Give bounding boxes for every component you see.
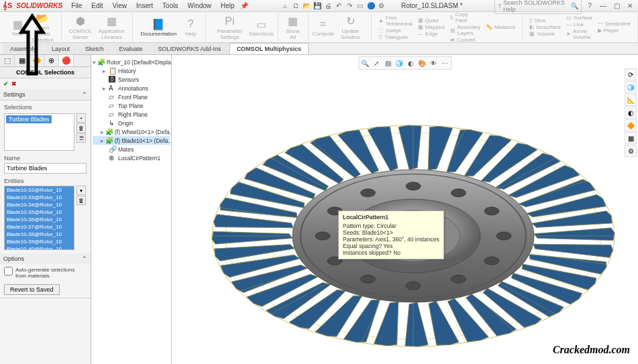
tree-blade[interactable]: ▸🧩(f) Blade10<1> (Defa... (93, 136, 170, 145)
mesh-copy-face[interactable]: ⎘Copy Face (447, 11, 483, 23)
menu-window[interactable]: Window (182, 2, 216, 9)
menu-file[interactable]: File (66, 2, 87, 9)
tab-sw-addins[interactable]: SOLIDWORKS Add-Ins (151, 43, 229, 54)
tree-annotations[interactable]: ▸AAnnotations (93, 84, 170, 93)
tree-top-plane[interactable]: ▱Top Plane (93, 101, 170, 110)
tab-sketch[interactable]: Sketch (78, 43, 111, 54)
tab-assembly[interactable]: Assembly (3, 43, 44, 54)
vt-hide-icon[interactable]: 👁 (428, 58, 439, 68)
revert-button[interactable]: Revert to Saved (4, 284, 60, 295)
entities-dropdown-button[interactable]: ▾ (76, 186, 86, 195)
add-selection-button[interactable]: + (76, 113, 86, 123)
panel-tab-5[interactable]: 🔴 (59, 55, 74, 66)
view-player[interactable]: ▶Player (595, 27, 633, 34)
view-surface[interactable]: ▭Surface (564, 15, 595, 21)
tree-root[interactable]: ▾ 🧩 Rotor_10 (Default<Displa... (93, 58, 170, 66)
tab-comsol[interactable]: COMSOL Multiphysics (229, 43, 309, 54)
auto-generate-checkbox[interactable]: Auto-generate selections from materials (4, 267, 87, 279)
minimize-button[interactable]: — (598, 1, 608, 11)
vt-more-icon[interactable]: ⋯ (439, 58, 450, 68)
tree-right-plane[interactable]: ▱Right Plane (93, 110, 170, 119)
tree-front-plane[interactable]: ▱Front Plane (93, 93, 170, 101)
vt-zoom-icon[interactable]: 🔍 (360, 58, 370, 68)
mesh-swept[interactable]: ⬚Swept (376, 27, 415, 34)
panel-tab-4[interactable]: ⊕ (44, 55, 59, 66)
save-icon[interactable]: 💾 (313, 1, 322, 11)
selections-box[interactable]: Turbine Blades (4, 113, 74, 151)
tree-sensors[interactable]: 🅾Sensors (93, 75, 170, 84)
menu-insert[interactable]: Insert (131, 2, 158, 9)
ribbon-new[interactable]: ▦New (7, 16, 28, 38)
panel-tab-3[interactable]: 🔶 (30, 55, 44, 66)
rebuild-icon[interactable]: 🔵 (366, 1, 376, 11)
tree-wheel[interactable]: ▸🧩(f) Wheel10<1> (Defa... (93, 127, 170, 136)
entity-item[interactable]: Blade10-33@Rotor_10 (5, 194, 74, 201)
auto-gen-check[interactable] (4, 267, 13, 276)
search-help-input[interactable]: ? Search SOLIDWORKS Help 🔍 (494, 0, 582, 14)
ok-button[interactable]: ✔ (3, 80, 9, 87)
3d-viewport[interactable]: 🔍 ⤢ ▤ 🧊 ◐ 🎨 👁 ⋯ ⟳ 🧊 📐 ◐ 🔶 ▦ ⚙ (172, 55, 638, 364)
tree-history[interactable]: ▸📋History (93, 66, 170, 75)
mesh-edge[interactable]: ―Edge (415, 31, 447, 37)
ribbon-update-solution[interactable]: ↻Update Solution (334, 13, 367, 42)
entity-item[interactable]: Blade10-36@Rotor_10 (5, 216, 74, 223)
ribbon-param-settings[interactable]: PiParameter Settings (210, 13, 249, 42)
ribbon-open[interactable]: 📂Open Oplasi Selection (28, 10, 57, 44)
entity-item[interactable]: Blade10-32@Rotor_10 (5, 186, 74, 194)
help-dropdown[interactable]: ? (584, 1, 595, 11)
entity-item[interactable]: Blade10-40@Rotor_10 (5, 245, 74, 250)
mesh-boundary[interactable]: ▤Boundary Layers (447, 24, 483, 36)
entity-item[interactable]: Blade10-37@Rotor_10 (5, 223, 74, 231)
menu-view[interactable]: View (108, 2, 132, 9)
collapse-icon-2[interactable]: ⌃ (82, 255, 87, 262)
open-icon[interactable]: 📂 (302, 1, 311, 11)
view-streamline[interactable]: 〰Streamline (595, 21, 633, 27)
ribbon-help[interactable]: ?Help (180, 16, 201, 38)
restore-button[interactable]: ▢ (611, 1, 622, 11)
tree-pattern[interactable]: ⊕LocalCirPattern1 (93, 154, 170, 162)
tab-layout[interactable]: Layout (44, 43, 77, 54)
entity-item[interactable]: Blade10-35@Rotor_10 (5, 208, 74, 216)
view-line[interactable]: ―Line (564, 21, 595, 27)
entity-item[interactable]: Blade10-34@Rotor_10 (5, 201, 74, 208)
collapse-icon[interactable]: ⌃ (82, 91, 87, 98)
close-button[interactable]: ✕ (625, 1, 635, 11)
vt-orient-icon[interactable]: 🧊 (394, 58, 405, 68)
menu-edit[interactable]: Edit (87, 2, 107, 9)
ribbon-compute[interactable]: =Compute (313, 16, 334, 38)
selection-tag[interactable]: Turbine Blades (6, 115, 52, 123)
ribbon-selections[interactable]: ▭Selections (250, 16, 274, 38)
vt-display-icon[interactable]: ◐ (405, 58, 416, 68)
ribbon-show-all[interactable]: ▦Show All (282, 13, 304, 42)
view-volume[interactable]: ▦Volume (527, 31, 564, 37)
tab-evaluate[interactable]: Evaluate (112, 43, 150, 54)
vt-section-icon[interactable]: ▤ (382, 58, 393, 68)
pin-icon[interactable]: 📌 (240, 1, 249, 11)
entity-item[interactable]: Blade10-38@Rotor_10 (5, 231, 74, 238)
new-doc-icon[interactable]: 🗋 (291, 1, 301, 11)
vt-scene-icon[interactable]: 🎨 (417, 58, 427, 68)
undo-icon[interactable]: ↶ (334, 1, 343, 11)
mesh-measure[interactable]: 📏Measure (483, 24, 518, 30)
tree-toggle-icon[interactable]: ▾ (93, 59, 96, 66)
options-gear-icon[interactable]: ⚙ (377, 1, 386, 11)
menu-help[interactable]: Help (216, 2, 240, 9)
menu-tools[interactable]: Tools (158, 2, 182, 9)
print-icon[interactable]: 🖨 (323, 1, 333, 11)
mesh-free-tet[interactable]: ▲Free Tetrahedral (376, 15, 415, 27)
view-slice[interactable]: ▯Slice (527, 17, 564, 23)
name-input[interactable] (4, 163, 87, 174)
tree-mates[interactable]: 🔗Mates (93, 145, 170, 154)
mesh-quad[interactable]: ▦Quad (415, 17, 447, 23)
view-arrow-vol[interactable]: ➤Arrow Volume (564, 28, 595, 40)
ribbon-documentation[interactable]: 📘Documentation (137, 16, 180, 38)
ribbon-app-libraries[interactable]: ▦Application Libraries (95, 13, 128, 42)
cancel-button[interactable]: ✖ (11, 80, 17, 87)
redo-icon[interactable]: ↷ (345, 1, 354, 11)
remove-selection-button[interactable]: 🗑 (76, 123, 86, 133)
entities-delete-button[interactable]: 🗑 (76, 196, 86, 205)
panel-tab-2[interactable]: ▦ (15, 55, 30, 66)
mesh-mapped[interactable]: ▦Mapped (415, 24, 447, 30)
entity-item[interactable]: Blade10-39@Rotor_10 (5, 238, 74, 245)
list-selection-button[interactable]: ☰ (76, 133, 86, 143)
